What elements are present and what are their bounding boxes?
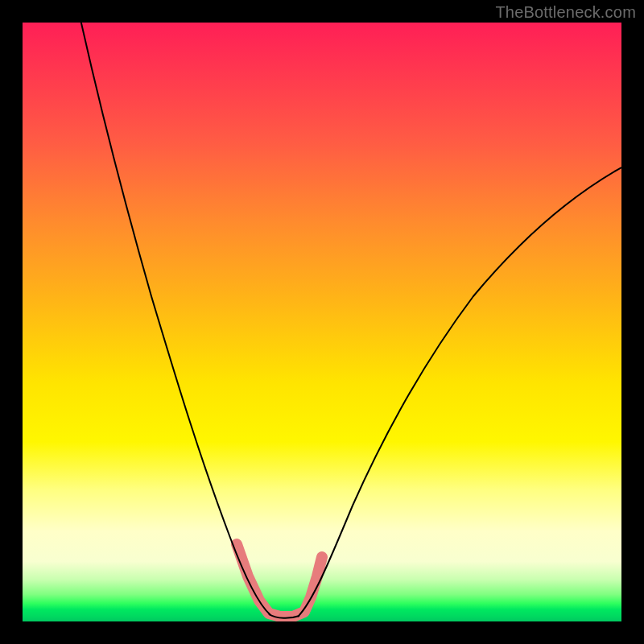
plot-area: [23, 23, 621, 621]
minimum-highlight: [237, 544, 322, 617]
chart-frame: TheBottleneck.com: [0, 0, 644, 644]
bottleneck-curve: [74, 23, 621, 618]
curve-layer: [23, 23, 621, 621]
watermark-text: TheBottleneck.com: [495, 3, 636, 22]
